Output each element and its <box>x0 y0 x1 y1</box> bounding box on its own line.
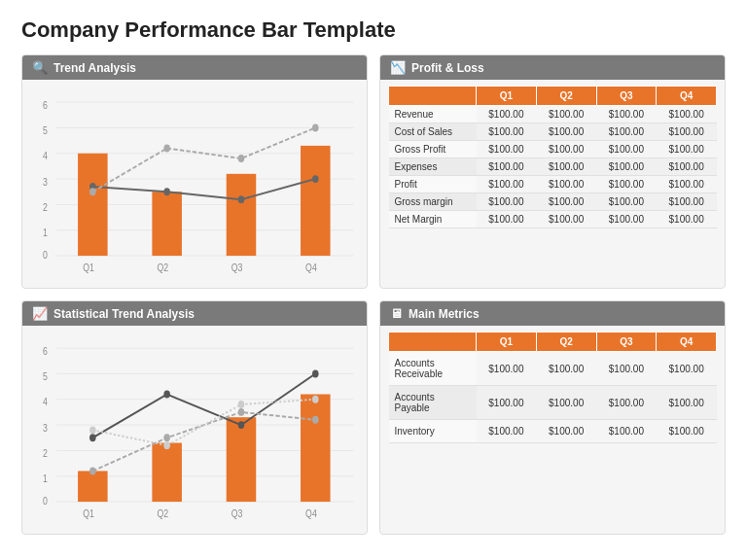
main-metrics-row: AccountsReceivable $100.00 $100.00 $100.… <box>389 352 717 386</box>
main-metrics-table: Q1 Q2 Q3 Q4 AccountsReceivable $100.00 $… <box>388 332 717 443</box>
dot-cos-q4 <box>312 175 319 183</box>
stat-dot-ap-q3 <box>238 401 245 408</box>
profit-loss-row: Gross margin $100.00 $100.00 $100.00 $10… <box>389 193 717 211</box>
pl-q3: $100.00 <box>596 106 657 123</box>
stat-bar-q2 <box>152 443 182 503</box>
pl-q4: $100.00 <box>657 106 717 123</box>
trend-analysis-title: Trend Analysis <box>53 61 136 75</box>
bar-revenue-q4 <box>301 146 331 256</box>
pl-q2: $100.00 <box>536 176 596 193</box>
mm-q2: $100.00 <box>536 386 596 420</box>
col-q4: Q4 <box>657 87 717 106</box>
svg-text:4: 4 <box>43 397 48 408</box>
svg-text:Q4: Q4 <box>305 508 317 519</box>
svg-text:Q3: Q3 <box>231 262 243 273</box>
profit-loss-header-row: Q1 Q2 Q3 Q4 <box>389 87 717 106</box>
trend-analysis-icon: 🔍 <box>32 60 48 75</box>
mm-col-q4: Q4 <box>657 332 717 352</box>
line-cost-of-sales <box>92 179 315 199</box>
col-q2: Q2 <box>536 87 596 106</box>
pl-q1: $100.00 <box>477 176 537 193</box>
svg-text:1: 1 <box>43 228 48 239</box>
dot-cos-q2 <box>163 188 170 195</box>
trend-analysis-panel: 🔍 Trend Analysis 6 5 4 3 2 1 0 <box>21 54 368 289</box>
pl-label: Net Margin <box>389 211 477 228</box>
pl-label: Revenue <box>389 106 477 123</box>
pl-q1: $100.00 <box>477 123 537 141</box>
pl-q1: $100.00 <box>477 141 537 158</box>
stat-bar-q1 <box>78 471 108 502</box>
main-metrics-body: Q1 Q2 Q3 Q4 AccountsReceivable $100.00 $… <box>380 326 725 534</box>
bar-revenue-q3 <box>227 174 257 256</box>
dot-exp-q1 <box>89 188 96 195</box>
mm-col-q3: Q3 <box>596 332 657 352</box>
statistical-trend-icon: 📈 <box>32 306 48 321</box>
pl-q1: $100.00 <box>477 158 537 176</box>
pl-label: Gross margin <box>389 193 477 211</box>
trend-analysis-header: 🔍 Trend Analysis <box>22 55 367 80</box>
pl-q2: $100.00 <box>536 106 596 123</box>
pl-q2: $100.00 <box>536 211 596 228</box>
pl-q4: $100.00 <box>657 141 717 158</box>
svg-text:Q2: Q2 <box>157 508 168 519</box>
stat-dot-ar-q2 <box>163 434 170 441</box>
pl-q3: $100.00 <box>596 123 657 141</box>
stat-line-inventory <box>92 373 315 438</box>
bar-revenue-q2 <box>152 192 182 256</box>
line-expenses <box>92 127 315 192</box>
profit-loss-row: Expenses $100.00 $100.00 $100.00 $100.00 <box>389 158 717 176</box>
pl-q2: $100.00 <box>536 141 596 158</box>
statistical-trend-chart: 6 5 4 3 2 1 0 <box>30 332 359 530</box>
mm-q3: $100.00 <box>596 352 657 386</box>
profit-loss-row: Net Margin $100.00 $100.00 $100.00 $100.… <box>389 211 717 228</box>
pl-q3: $100.00 <box>596 211 657 228</box>
col-q1: Q1 <box>477 87 537 106</box>
dot-exp-q3 <box>238 155 245 162</box>
trend-analysis-body: 6 5 4 3 2 1 0 <box>22 80 367 288</box>
pl-q4: $100.00 <box>657 193 717 211</box>
main-metrics-panel: 🖥 Main Metrics Q1 Q2 Q3 Q4 <box>379 300 726 535</box>
mm-q3: $100.00 <box>596 386 657 420</box>
stat-line-ap <box>92 400 315 445</box>
stat-dot-inv-q1 <box>89 434 96 441</box>
dot-cos-q3 <box>238 195 245 203</box>
mm-q4: $100.00 <box>657 420 717 443</box>
profit-loss-panel: 📉 Profit & Loss Q1 Q2 Q3 Q4 <box>379 54 726 289</box>
pl-q2: $100.00 <box>536 123 596 141</box>
statistical-trend-title: Statistical Trend Analysis <box>53 307 195 321</box>
stat-dot-inv-q2 <box>163 391 170 399</box>
mm-label: Inventory <box>389 420 477 443</box>
profit-loss-row: Revenue $100.00 $100.00 $100.00 $100.00 <box>389 106 717 123</box>
stat-dot-ap-q4 <box>312 396 319 403</box>
pl-q1: $100.00 <box>477 211 537 228</box>
col-q3: Q3 <box>596 87 657 106</box>
main-metrics-row: Inventory $100.00 $100.00 $100.00 $100.0… <box>389 420 717 443</box>
mm-q2: $100.00 <box>536 420 596 443</box>
pl-q3: $100.00 <box>596 176 657 193</box>
statistical-trend-body: 6 5 4 3 2 1 0 <box>22 326 367 534</box>
svg-text:Q1: Q1 <box>83 262 94 273</box>
svg-text:Q3: Q3 <box>231 508 243 519</box>
profit-loss-row: Profit $100.00 $100.00 $100.00 $100.00 <box>389 176 717 193</box>
pl-label: Gross Profit <box>389 141 477 158</box>
profit-loss-icon: 📉 <box>390 60 406 75</box>
stat-dot-ar-q4 <box>312 416 319 424</box>
mm-q1: $100.00 <box>477 352 537 386</box>
svg-text:5: 5 <box>43 124 48 136</box>
profit-loss-row: Cost of Sales $100.00 $100.00 $100.00 $1… <box>389 123 717 141</box>
profit-loss-body: Q1 Q2 Q3 Q4 Revenue $100.00 $100.00 $100… <box>380 80 725 288</box>
col-label <box>389 87 477 106</box>
main-metrics-header-row: Q1 Q2 Q3 Q4 <box>389 332 717 352</box>
svg-text:0: 0 <box>43 495 48 507</box>
mm-q4: $100.00 <box>657 386 717 420</box>
svg-text:Q4: Q4 <box>305 262 317 273</box>
main-metrics-header: 🖥 Main Metrics <box>380 301 725 326</box>
page-title: Company Performance Bar Template <box>21 18 726 43</box>
mm-q4: $100.00 <box>657 352 717 386</box>
stat-dot-inv-q3 <box>238 421 245 429</box>
dot-exp-q2 <box>163 145 170 153</box>
svg-text:6: 6 <box>43 99 48 111</box>
profit-loss-row: Gross Profit $100.00 $100.00 $100.00 $10… <box>389 141 717 158</box>
pl-label: Cost of Sales <box>389 123 477 141</box>
mm-label: AccountsPayable <box>389 386 477 420</box>
